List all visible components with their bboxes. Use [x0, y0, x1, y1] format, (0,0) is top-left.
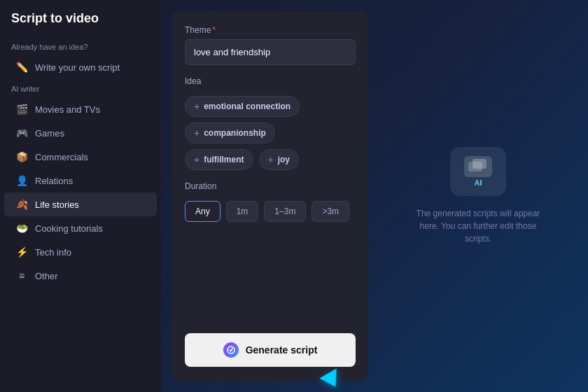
form-panel: Theme* Idea + emotional connection + com… — [172, 11, 368, 381]
ai-badge: AI — [475, 178, 482, 187]
duration-any[interactable]: Any — [185, 201, 220, 222]
games-icon: 🎮 — [15, 127, 28, 139]
sidebar-item-cooking[interactable]: 🥗 Cooking tutorials — [4, 216, 157, 240]
sidebar-item-other[interactable]: ≡ Other — [4, 264, 157, 288]
theme-input[interactable] — [185, 39, 356, 65]
tag-joy[interactable]: + joy — [259, 149, 300, 170]
duration-3m-plus[interactable]: >3m — [312, 201, 349, 222]
sidebar-item-write-own[interactable]: ✏️ Write your own script — [4, 55, 157, 79]
duration-field-group: Duration Any 1m 1–3m >3m — [185, 181, 356, 222]
tag-fulfillment[interactable]: + fulfillment — [185, 149, 253, 170]
duration-label: Duration — [185, 181, 356, 191]
relations-icon: 👤 — [15, 174, 28, 187]
generate-button[interactable]: Generate script — [185, 333, 356, 367]
sidebar-item-lifestories-label: Life stories — [35, 200, 79, 210]
cursor-arrow — [319, 368, 344, 391]
sidebar-item-cooking-label: Cooking tutorials — [35, 223, 103, 234]
sidebar: Script to video Already have an idea? ✏️… — [0, 0, 161, 392]
tech-icon: ⚡ — [15, 246, 28, 258]
sidebar-item-games-label: Games — [35, 128, 64, 139]
ai-writer-label: AI writer — [0, 79, 161, 97]
sidebar-item-commercials-label: Commercials — [35, 152, 88, 162]
movies-icon: 🎬 — [15, 103, 28, 115]
tag-label: joy — [278, 155, 290, 164]
theme-field-group: Theme* — [185, 25, 356, 65]
sidebar-item-games[interactable]: 🎮 Games — [4, 121, 157, 145]
app-title: Script to video — [0, 11, 161, 37]
ai-logo: AI — [450, 147, 506, 196]
theme-label: Theme* — [185, 25, 356, 35]
sidebar-item-relations[interactable]: 👤 Relations — [4, 169, 157, 192]
already-label: Already have an idea? — [0, 37, 161, 55]
idea-field-group: Idea + emotional connection + companions… — [185, 76, 356, 170]
tag-label: fulfillment — [204, 155, 244, 164]
tag-label: emotional connection — [204, 102, 290, 111]
duration-1m[interactable]: 1m — [226, 201, 259, 222]
sidebar-item-lifestories[interactable]: 🍂 Life stories — [4, 192, 157, 216]
commercials-icon: 📦 — [15, 150, 28, 163]
tags-row: + fulfillment + joy — [185, 149, 356, 170]
ai-logo-shape — [464, 156, 492, 177]
sidebar-item-tech-label: Tech info — [35, 247, 71, 258]
generate-label: Generate script — [246, 344, 318, 356]
sidebar-item-write-own-label: Write your own script — [35, 62, 120, 73]
tag-emotional-connection[interactable]: + emotional connection — [185, 96, 300, 117]
generate-icon — [223, 342, 239, 358]
right-panel: AI The generated scripts will appear her… — [379, 11, 577, 381]
idea-label: Idea — [185, 76, 356, 86]
duration-1-3m[interactable]: 1–3m — [264, 201, 306, 222]
sidebar-item-commercials[interactable]: 📦 Commercials — [4, 145, 157, 169]
pen-icon: ✏️ — [15, 61, 28, 74]
tag-label: companionship — [204, 128, 266, 138]
cooking-icon: 🥗 — [15, 222, 28, 234]
lifestories-icon: 🍂 — [15, 198, 28, 211]
sidebar-item-relations-label: Relations — [35, 176, 73, 186]
other-icon: ≡ — [15, 270, 28, 282]
sidebar-item-movies[interactable]: 🎬 Movies and TVs — [4, 97, 157, 121]
tag-companionship[interactable]: + companionship — [185, 122, 275, 144]
svg-rect-2 — [472, 159, 486, 169]
empty-state-text: The generated scripts will appear here. … — [408, 207, 548, 245]
sidebar-item-tech[interactable]: ⚡ Tech info — [4, 240, 157, 264]
duration-buttons: Any 1m 1–3m >3m — [185, 201, 356, 222]
sidebar-item-movies-label: Movies and TVs — [35, 104, 100, 115]
main-area: Theme* Idea + emotional connection + com… — [161, 0, 588, 392]
sidebar-item-other-label: Other — [35, 271, 58, 281]
